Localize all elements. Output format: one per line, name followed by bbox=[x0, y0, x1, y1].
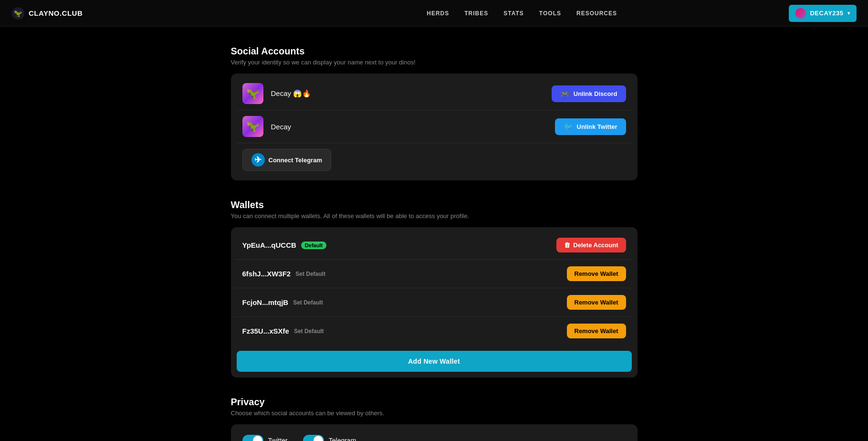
svg-text:🦖: 🦖 bbox=[14, 10, 22, 18]
telegram-toggle-label: Telegram bbox=[329, 437, 356, 441]
discord-row: 🦖 Decay 😱🔥 🎮 Unlink Discord bbox=[235, 77, 634, 110]
nav-herds[interactable]: HERDS bbox=[427, 10, 449, 17]
twitter-toggle[interactable] bbox=[242, 435, 263, 441]
delete-account-button[interactable]: 🗑 Delete Account bbox=[556, 238, 626, 252]
wallet-row-0: YpEuA...qUCCB Default 🗑 Delete Account bbox=[235, 231, 634, 259]
privacy-title: Privacy bbox=[231, 397, 638, 408]
user-menu-button[interactable]: DECAY235 ▾ bbox=[789, 5, 857, 22]
wallet-address-0: YpEuA...qUCCB Default bbox=[242, 241, 557, 249]
logo-icon: 🦖 bbox=[11, 7, 25, 20]
nav-tools[interactable]: TOOLS bbox=[539, 10, 561, 17]
twitter-row: 🦖 Decay 🐦 Unlink Twitter bbox=[235, 110, 634, 143]
nav-links: HERDS TRIBES STATS TOOLS RESOURCES bbox=[427, 10, 617, 17]
wallet-address-3: Fz35U...xSXfe Set Default bbox=[242, 327, 567, 335]
twitter-icon: 🐦 bbox=[564, 122, 573, 131]
telegram-icon: ✈ bbox=[251, 153, 265, 167]
chevron-down-icon: ▾ bbox=[847, 10, 850, 16]
navbar: 🦖 CLAYNO.CLUB HERDS TRIBES STATS TOOLS R… bbox=[0, 0, 868, 27]
remove-wallet-button-3[interactable]: Remove Wallet bbox=[567, 324, 626, 338]
set-default-link-2[interactable]: Set Default bbox=[293, 299, 323, 306]
telegram-row: ✈ Connect Telegram bbox=[235, 143, 634, 177]
privacy-subtitle: Choose which social accounts can be view… bbox=[231, 410, 638, 417]
discord-avatar: 🦖 bbox=[242, 83, 263, 104]
user-label: DECAY235 bbox=[810, 10, 843, 17]
discord-username: Decay 😱🔥 bbox=[271, 89, 552, 98]
nav-tribes[interactable]: TRIBES bbox=[464, 10, 488, 17]
remove-wallet-button-1[interactable]: Remove Wallet bbox=[567, 266, 626, 281]
discord-icon: 🎮 bbox=[560, 89, 570, 98]
user-avatar bbox=[795, 8, 806, 19]
privacy-card: Twitter Telegram bbox=[231, 424, 638, 441]
unlink-discord-button[interactable]: 🎮 Unlink Discord bbox=[552, 85, 626, 102]
wallet-row-1: 6fshJ...XW3F2 Set Default Remove Wallet bbox=[235, 259, 634, 288]
wallet-row-3: Fz35U...xSXfe Set Default Remove Wallet bbox=[235, 316, 634, 345]
add-new-wallet-button[interactable]: Add New Wallet bbox=[237, 351, 632, 372]
twitter-toggle-group: Twitter bbox=[242, 435, 288, 441]
social-accounts-card: 🦖 Decay 😱🔥 🎮 Unlink Discord 🦖 Decay 🐦 Un… bbox=[231, 74, 638, 180]
telegram-toggle-group: Telegram bbox=[303, 435, 356, 441]
connect-telegram-button[interactable]: ✈ Connect Telegram bbox=[242, 149, 331, 171]
add-wallet-container: Add New Wallet bbox=[235, 345, 634, 374]
wallet-address-2: FcjoN...mtqjB Set Default bbox=[242, 298, 567, 306]
remove-wallet-button-2[interactable]: Remove Wallet bbox=[567, 295, 626, 310]
twitter-toggle-label: Twitter bbox=[268, 437, 288, 441]
unlink-twitter-button[interactable]: 🐦 Unlink Twitter bbox=[555, 118, 626, 135]
trash-icon: 🗑 bbox=[564, 242, 570, 249]
wallets-card: YpEuA...qUCCB Default 🗑 Delete Account 6… bbox=[231, 227, 638, 378]
wallet-row-2: FcjoN...mtqjB Set Default Remove Wallet bbox=[235, 288, 634, 316]
set-default-link-3[interactable]: Set Default bbox=[294, 328, 324, 335]
privacy-toggles-row: Twitter Telegram bbox=[235, 428, 634, 441]
social-accounts-title: Social Accounts bbox=[231, 46, 638, 57]
set-default-link-1[interactable]: Set Default bbox=[295, 271, 325, 277]
twitter-username: Decay bbox=[271, 123, 555, 131]
logo[interactable]: 🦖 CLAYNO.CLUB bbox=[11, 7, 83, 20]
main-content: Social Accounts Verify your identity so … bbox=[220, 27, 649, 441]
twitter-avatar: 🦖 bbox=[242, 116, 263, 137]
nav-stats[interactable]: STATS bbox=[503, 10, 524, 17]
telegram-toggle[interactable] bbox=[303, 435, 324, 441]
nav-resources[interactable]: RESOURCES bbox=[576, 10, 617, 17]
wallets-title: Wallets bbox=[231, 200, 638, 210]
wallet-address-1: 6fshJ...XW3F2 Set Default bbox=[242, 270, 567, 278]
wallets-subtitle: You can connect multiple wallets. All of… bbox=[231, 212, 638, 220]
default-badge: Default bbox=[301, 242, 326, 249]
social-accounts-subtitle: Verify your identity so we can display y… bbox=[231, 59, 638, 66]
